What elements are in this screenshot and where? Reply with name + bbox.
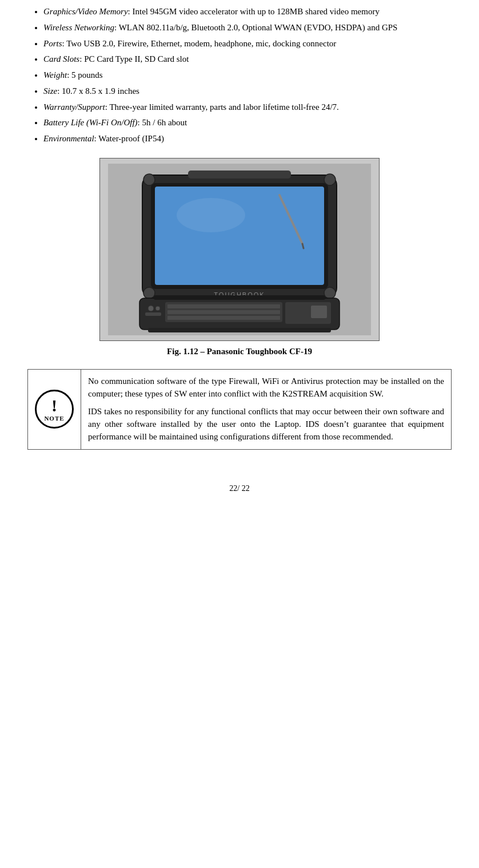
svg-point-11 xyxy=(324,287,336,299)
figure-caption: Fig. 1.12 – Panasonic Toughbook CF-19 xyxy=(167,347,312,356)
svg-point-9 xyxy=(324,174,336,185)
svg-point-10 xyxy=(143,287,155,299)
note-label: NOTE xyxy=(44,415,64,422)
bullet-item: Wireless Networking: WLAN 802.11a/b/g, B… xyxy=(43,22,452,34)
svg-point-4 xyxy=(177,198,245,232)
bullet-item: Ports: Two USB 2.0, Firewire, Ethernet, … xyxy=(43,38,452,50)
bullet-item: Graphics/Video Memory: Intel 945GM video… xyxy=(43,6,452,18)
note-paragraph-2: IDS takes no responsibility for any func… xyxy=(88,406,444,443)
svg-rect-7 xyxy=(188,171,291,179)
svg-rect-24 xyxy=(148,328,331,332)
svg-point-19 xyxy=(155,306,160,311)
svg-rect-22 xyxy=(311,306,327,318)
note-paragraph-1: No communication software of the type Fi… xyxy=(88,375,444,401)
svg-rect-17 xyxy=(167,316,280,320)
figure-container: TOUGHBOOK Fig. 1.12 – Panasonic Toughboo… xyxy=(27,158,452,356)
spec-list: Graphics/Video Memory: Intel 945GM video… xyxy=(27,6,452,145)
svg-rect-23 xyxy=(154,295,325,300)
bullet-item: Weight: 5 pounds xyxy=(43,69,452,82)
note-text-cell: No communication software of the type Fi… xyxy=(81,369,452,449)
bullet-item: Size: 10.7 x 8.5 x 1.9 inches xyxy=(43,85,452,98)
laptop-image: TOUGHBOOK xyxy=(99,158,380,341)
note-table: ! NOTE No communication software of the … xyxy=(27,369,452,450)
bullet-item: Card Slots: PC Card Type II, SD Card slo… xyxy=(43,53,452,66)
note-icon-cell: ! NOTE xyxy=(28,369,81,449)
bullet-item: Battery Life (Wi-Fi On/Off): 5h / 6h abo… xyxy=(43,117,452,129)
bullet-item: Environmental: Water-proof (IP54) xyxy=(43,133,452,145)
svg-rect-20 xyxy=(145,312,161,316)
svg-point-18 xyxy=(148,306,154,311)
svg-point-8 xyxy=(143,174,155,185)
svg-rect-15 xyxy=(167,304,280,308)
svg-rect-16 xyxy=(167,310,280,314)
bullet-item: Warranty/Support: Three-year limited war… xyxy=(43,101,452,114)
svg-line-6 xyxy=(302,244,304,248)
page-number: 22/ 22 xyxy=(27,484,452,493)
note-icon: ! NOTE xyxy=(35,390,74,429)
exclamation-mark: ! xyxy=(51,397,57,414)
